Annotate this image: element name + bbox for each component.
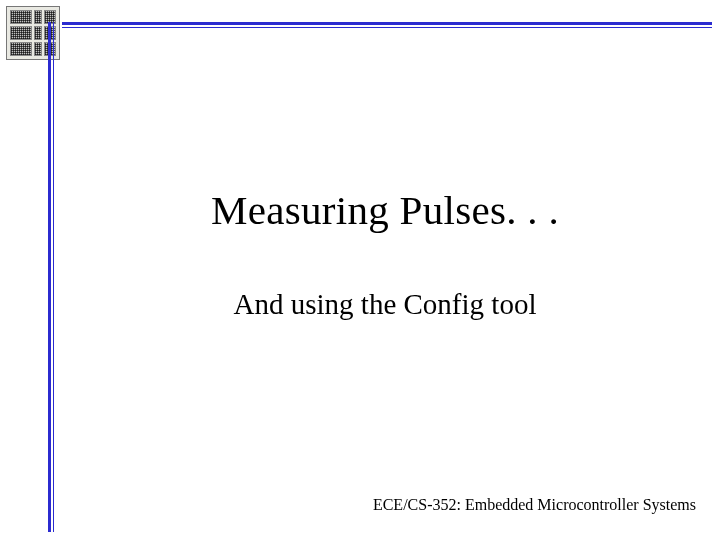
slide: Measuring Pulses. . . And using the Conf… [0,0,720,540]
left-rule [48,22,54,532]
slide-footer: ECE/CS-352: Embedded Microcontroller Sys… [373,496,696,514]
top-rule [62,22,712,28]
slide-title: Measuring Pulses. . . [70,186,700,234]
slide-subtitle: And using the Config tool [70,288,700,321]
